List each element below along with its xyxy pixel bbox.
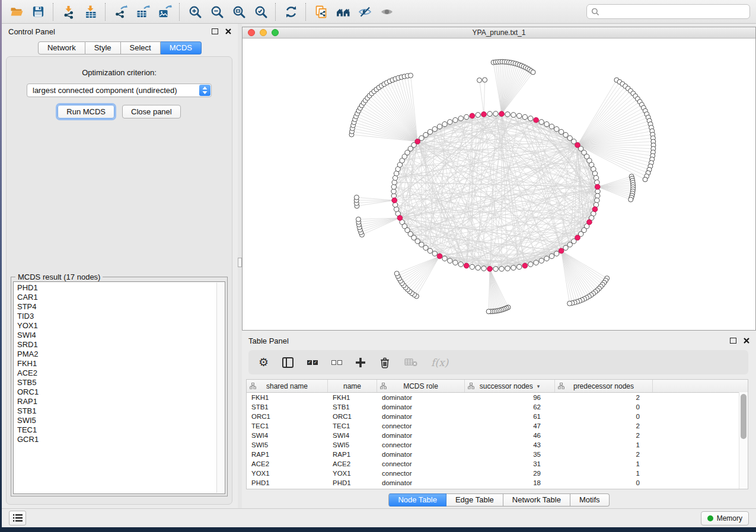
network-node[interactable] <box>549 124 554 129</box>
network-node[interactable] <box>391 189 396 194</box>
import-table-icon[interactable] <box>79 2 101 22</box>
table-row[interactable]: YOX1YOX1connector291 <box>247 469 748 478</box>
network-node[interactable] <box>563 133 568 137</box>
network-node[interactable] <box>493 267 498 271</box>
mcds-node-item[interactable]: STB1 <box>17 406 225 416</box>
delete-columns-icon[interactable] <box>379 356 391 369</box>
table-row[interactable]: STB1STB1dominator620 <box>247 402 748 412</box>
network-leaf-node[interactable] <box>629 197 633 202</box>
table-row[interactable]: ORC1ORC1dominator610 <box>247 412 748 421</box>
network-leaf-node[interactable] <box>354 195 359 200</box>
table-row[interactable]: ACE2ACE2connector311 <box>247 459 748 469</box>
maximize-window-icon[interactable] <box>272 29 279 36</box>
table-row[interactable]: SWI4SWI4dominator462 <box>247 431 748 440</box>
network-node[interactable] <box>517 264 522 269</box>
network-node[interactable] <box>481 266 486 271</box>
mcds-node[interactable] <box>415 139 420 144</box>
mcds-node[interactable] <box>464 263 469 268</box>
mcds-node[interactable] <box>487 266 493 271</box>
network-node[interactable] <box>549 254 554 258</box>
column-header-shared-name[interactable]: shared name <box>247 380 328 392</box>
open-session-icon[interactable] <box>5 2 27 22</box>
network-node[interactable] <box>595 198 599 203</box>
network-node[interactable] <box>453 118 458 123</box>
network-node[interactable] <box>567 136 572 140</box>
zoom-in-icon[interactable] <box>184 2 206 22</box>
mcds-node-item[interactable]: STP4 <box>17 302 225 312</box>
mcds-node[interactable] <box>595 184 600 190</box>
network-node[interactable] <box>487 111 492 116</box>
mcds-node-item[interactable]: FKH1 <box>17 359 225 368</box>
mcds-node[interactable] <box>470 113 475 118</box>
network-leaf-node[interactable] <box>486 309 491 314</box>
first-neighbors-icon[interactable] <box>332 2 354 22</box>
network-node[interactable] <box>442 121 447 126</box>
table-row[interactable]: FKH1FKH1dominator962 <box>247 393 748 402</box>
network-node[interactable] <box>511 265 516 270</box>
minimize-window-icon[interactable] <box>260 29 267 36</box>
network-node[interactable] <box>432 127 437 132</box>
mcds-node[interactable] <box>592 207 598 212</box>
network-leaf-node[interactable] <box>409 73 413 78</box>
memory-button[interactable]: Memory <box>701 511 749 525</box>
zoom-selected-icon[interactable] <box>250 2 272 22</box>
show-all-columns-icon[interactable]: ✓✓ <box>307 360 318 365</box>
network-node[interactable] <box>391 184 396 189</box>
mcds-node[interactable] <box>559 248 564 254</box>
tab-mcds[interactable]: MCDS <box>161 41 202 55</box>
mcds-node-item[interactable]: PMA2 <box>17 350 225 359</box>
mcds-node-item[interactable]: CAR1 <box>17 293 225 302</box>
network-leaf-node[interactable] <box>531 70 535 75</box>
import-network-icon[interactable] <box>58 2 79 22</box>
network-node[interactable] <box>470 264 474 269</box>
network-node[interactable] <box>528 262 533 267</box>
network-node[interactable] <box>428 129 432 134</box>
mcds-node[interactable] <box>437 254 442 259</box>
hide-selected-icon[interactable] <box>354 2 376 22</box>
zoom-out-icon[interactable] <box>206 2 228 22</box>
mcds-node-item[interactable]: SWI4 <box>17 331 225 340</box>
export-network-icon[interactable] <box>110 2 132 22</box>
splitter-handle-icon[interactable] <box>238 258 242 267</box>
network-node[interactable] <box>528 116 533 121</box>
network-node[interactable] <box>453 260 458 265</box>
network-node[interactable] <box>458 262 463 267</box>
tab-network-table[interactable]: Network Table <box>503 493 570 507</box>
network-node[interactable] <box>517 113 522 118</box>
network-node[interactable] <box>392 180 397 185</box>
network-node[interactable] <box>448 120 452 124</box>
mcds-node-item[interactable]: TID3 <box>17 312 225 321</box>
mcds-node[interactable] <box>397 215 403 220</box>
network-leaf-node[interactable] <box>567 301 572 306</box>
hide-all-columns-icon[interactable] <box>331 360 342 365</box>
network-node[interactable] <box>563 245 568 250</box>
mcds-node-item[interactable]: YOX1 <box>17 321 225 331</box>
network-node[interactable] <box>442 256 447 261</box>
network-node[interactable] <box>493 111 498 116</box>
export-table-icon[interactable] <box>132 2 154 22</box>
optimization-criterion-select[interactable]: largest connected component (undirected) <box>27 84 212 97</box>
new-network-from-selection-icon[interactable] <box>310 2 332 22</box>
network-node[interactable] <box>539 120 544 124</box>
network-node[interactable] <box>428 248 432 253</box>
mcds-node[interactable] <box>392 198 397 203</box>
mcds-node[interactable] <box>522 263 528 268</box>
network-node[interactable] <box>423 245 428 250</box>
mcds-node-item[interactable]: ACE2 <box>17 368 225 378</box>
close-window-icon[interactable] <box>248 29 255 36</box>
mcds-node[interactable] <box>587 220 592 225</box>
mcds-node-item[interactable]: STB5 <box>17 378 225 387</box>
column-header-successor-nodes[interactable]: successor nodes▾ <box>465 380 555 392</box>
mcds-node[interactable] <box>575 142 580 148</box>
mcds-node-item[interactable]: ORC1 <box>17 387 225 397</box>
network-canvas[interactable] <box>243 39 755 331</box>
network-node[interactable] <box>511 113 516 117</box>
mcds-node[interactable] <box>575 235 580 241</box>
network-node[interactable] <box>567 242 572 247</box>
mcds-node[interactable] <box>499 111 505 117</box>
network-window-titlebar[interactable]: YPA_prune.txt_1 <box>243 27 755 39</box>
mcds-node[interactable] <box>534 117 539 123</box>
network-node[interactable] <box>559 129 563 134</box>
automation-panel-button[interactable] <box>9 511 26 525</box>
network-leaf-node[interactable] <box>483 78 487 82</box>
